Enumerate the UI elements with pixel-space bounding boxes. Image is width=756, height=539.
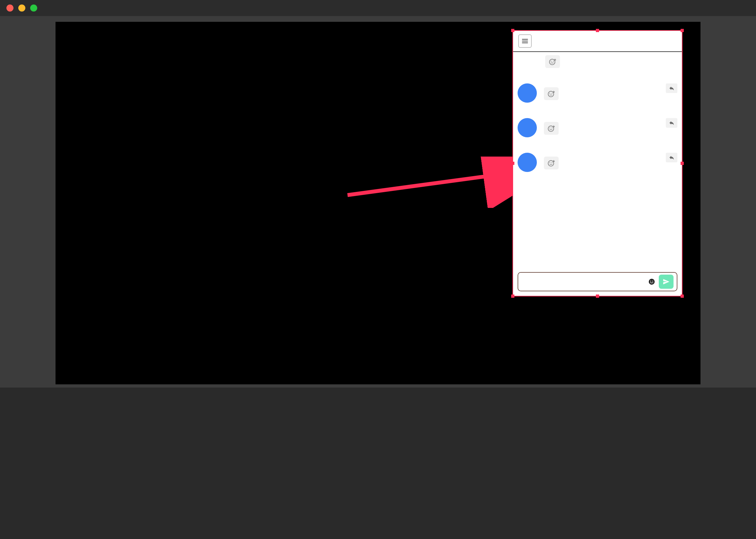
reaction-icon[interactable] [544,122,559,135]
window-controls [6,5,37,12]
svg-point-13 [552,162,553,163]
resize-handle[interactable] [511,29,514,32]
reaction-icon[interactable] [544,157,559,169]
chat-partial-message [545,52,677,68]
resize-handle[interactable] [681,29,684,32]
chat-widget-source[interactable] [512,30,683,296]
chat-message [518,153,677,172]
reply-icon[interactable] [666,153,677,162]
avatar [518,153,537,172]
emoji-icon[interactable] [648,278,655,285]
preview-area [0,16,756,388]
zoom-window-button[interactable] [30,5,37,12]
close-window-button[interactable] [6,5,14,12]
svg-point-7 [552,93,553,94]
reaction-icon[interactable] [544,87,559,100]
resize-handle[interactable] [511,294,514,298]
resize-handle[interactable] [681,162,684,165]
chat-body [513,52,682,270]
minimize-window-button[interactable] [18,5,25,12]
svg-point-3 [551,61,552,62]
reply-icon[interactable] [666,83,677,93]
hamburger-icon[interactable] [518,34,532,48]
resize-handle[interactable] [596,29,599,32]
svg-point-9 [549,128,550,129]
preview-canvas[interactable] [55,22,701,384]
svg-point-15 [650,281,651,282]
svg-point-16 [652,281,653,282]
svg-point-10 [552,128,553,129]
chat-input-row [518,272,677,291]
svg-point-6 [549,93,550,94]
avatar [518,83,537,103]
resize-handle[interactable] [681,294,684,298]
chat-header [513,31,682,52]
send-icon[interactable] [659,274,674,289]
svg-point-14 [649,279,654,284]
titlebar [0,0,756,16]
avatar [518,118,537,137]
svg-point-12 [549,162,550,163]
svg-line-1 [347,169,537,195]
chat-message [518,118,677,137]
svg-point-4 [553,61,554,62]
resize-handle[interactable] [596,294,599,298]
resize-handle[interactable] [511,162,514,165]
reaction-icon[interactable] [545,55,560,68]
reply-icon[interactable] [666,118,677,128]
chat-message [518,83,677,103]
